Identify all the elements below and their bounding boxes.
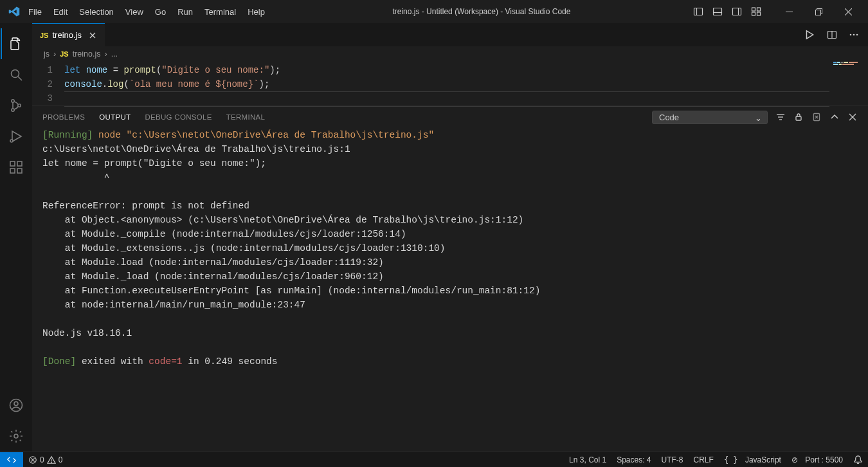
js-file-icon: JS bbox=[60, 50, 68, 58]
menu-selection[interactable]: Selection bbox=[74, 5, 118, 19]
statusbar: 0 0 Ln 3, Col 1 Spaces: 4 UTF-8 CRLF { }… bbox=[0, 452, 868, 467]
tab-problems[interactable]: PROBLEMS bbox=[42, 113, 85, 121]
svg-rect-0 bbox=[694, 8, 703, 15]
toggle-secondary-sidebar-icon[interactable] bbox=[732, 6, 742, 17]
tab-output[interactable]: OUTPUT bbox=[99, 113, 131, 121]
code-content[interactable]: let nome = prompt("Digite o seu nome:");… bbox=[64, 63, 868, 105]
clear-output-icon[interactable] bbox=[811, 112, 822, 122]
gutter: 123 bbox=[32, 63, 64, 105]
svg-rect-4 bbox=[733, 8, 741, 15]
sb-notifications-icon[interactable] bbox=[848, 455, 868, 464]
settings-gear-icon[interactable] bbox=[1, 421, 32, 452]
minimap[interactable] bbox=[833, 62, 859, 73]
svg-rect-7 bbox=[757, 8, 761, 11]
output-channel-select[interactable]: Code ⌄ bbox=[652, 111, 768, 124]
svg-rect-9 bbox=[757, 12, 761, 15]
menu-file[interactable]: File bbox=[23, 5, 47, 19]
tab-terminal[interactable]: TERMINAL bbox=[226, 113, 266, 121]
tab-close-icon[interactable] bbox=[88, 31, 97, 40]
sb-eol[interactable]: CRLF bbox=[689, 455, 719, 464]
svg-point-32 bbox=[850, 34, 852, 36]
explorer-icon[interactable] bbox=[1, 28, 32, 59]
go-live-icon: ⊘ bbox=[791, 455, 798, 464]
svg-point-18 bbox=[12, 109, 14, 111]
filter-icon[interactable] bbox=[775, 112, 786, 122]
output-content[interactable]: [Running] node "c:\Users\netot\OneDrive\… bbox=[32, 128, 868, 389]
customize-layout-icon[interactable] bbox=[751, 6, 761, 17]
more-actions-icon[interactable] bbox=[849, 30, 859, 40]
window-controls bbox=[774, 2, 863, 21]
svg-rect-2 bbox=[714, 8, 722, 15]
chevron-up-icon[interactable] bbox=[829, 112, 840, 122]
svg-point-20 bbox=[10, 140, 13, 142]
menu-go[interactable]: Go bbox=[150, 5, 171, 19]
breadcrumb[interactable]: js › JS treino.js › ... bbox=[32, 46, 868, 62]
lock-scroll-icon[interactable] bbox=[793, 112, 804, 122]
sb-position[interactable]: Ln 3, Col 1 bbox=[564, 455, 611, 464]
tab-label: treino.js bbox=[52, 30, 82, 40]
chevron-right-icon: › bbox=[53, 50, 56, 59]
sb-spaces[interactable]: Spaces: 4 bbox=[611, 455, 656, 464]
remote-indicator-icon[interactable] bbox=[0, 452, 23, 468]
svg-rect-22 bbox=[10, 169, 15, 173]
svg-point-34 bbox=[856, 34, 858, 36]
close-panel-icon[interactable] bbox=[847, 112, 858, 122]
breadcrumb-folder[interactable]: js bbox=[44, 50, 50, 59]
svg-point-27 bbox=[14, 434, 18, 438]
sb-problems[interactable]: 0 0 bbox=[23, 455, 68, 464]
sb-port[interactable]: ⊘ Port : 5500 bbox=[786, 455, 848, 464]
menu-bar: File Edit Selection View Go Run Terminal… bbox=[23, 5, 270, 19]
js-file-icon: JS bbox=[40, 32, 48, 39]
editor-area: JS treino.js js › JS treino.js › ... 123 bbox=[32, 23, 868, 452]
close-button[interactable] bbox=[833, 2, 863, 21]
breadcrumb-rest[interactable]: ... bbox=[111, 50, 118, 59]
activity-bar bbox=[0, 23, 32, 452]
titlebar: File Edit Selection View Go Run Terminal… bbox=[0, 0, 868, 23]
svg-line-16 bbox=[18, 77, 22, 80]
chevron-down-icon: ⌄ bbox=[755, 113, 762, 123]
sb-language[interactable]: { } JavaScript bbox=[719, 455, 786, 464]
sb-encoding[interactable]: UTF-8 bbox=[656, 455, 689, 464]
panel: PROBLEMS OUTPUT DEBUG CONSOLE TERMINAL C… bbox=[32, 105, 868, 389]
search-icon[interactable] bbox=[1, 59, 32, 90]
svg-point-33 bbox=[853, 34, 855, 36]
code-editor[interactable]: 123 let nome = prompt("Digite o seu nome… bbox=[32, 62, 868, 105]
editor-actions bbox=[795, 23, 868, 46]
extensions-icon[interactable] bbox=[1, 152, 32, 183]
panel-tabs: PROBLEMS OUTPUT DEBUG CONSOLE TERMINAL C… bbox=[32, 106, 868, 128]
menu-run[interactable]: Run bbox=[172, 5, 198, 19]
svg-point-15 bbox=[12, 70, 19, 78]
svg-point-19 bbox=[18, 104, 21, 107]
toggle-panel-icon[interactable] bbox=[712, 6, 723, 17]
svg-point-48 bbox=[51, 461, 51, 462]
run-code-icon[interactable] bbox=[804, 29, 815, 41]
tab-bar: JS treino.js bbox=[32, 23, 868, 46]
layout-controls bbox=[693, 6, 761, 17]
account-icon[interactable] bbox=[1, 390, 32, 421]
split-editor-icon[interactable] bbox=[827, 30, 837, 40]
svg-rect-10 bbox=[786, 12, 793, 12]
menu-terminal[interactable]: Terminal bbox=[199, 5, 241, 19]
svg-rect-24 bbox=[17, 161, 22, 166]
svg-rect-21 bbox=[10, 161, 15, 166]
tab-treino[interactable]: JS treino.js bbox=[32, 23, 105, 46]
main: JS treino.js js › JS treino.js › ... 123 bbox=[0, 23, 868, 452]
svg-rect-8 bbox=[752, 12, 755, 15]
source-control-icon[interactable] bbox=[1, 90, 32, 121]
svg-rect-12 bbox=[815, 10, 820, 15]
svg-rect-38 bbox=[796, 116, 801, 120]
svg-point-26 bbox=[14, 402, 18, 406]
menu-edit[interactable]: Edit bbox=[48, 5, 73, 19]
run-debug-icon[interactable] bbox=[1, 121, 32, 152]
vscode-logo-icon bbox=[5, 6, 23, 17]
menu-help[interactable]: Help bbox=[242, 5, 270, 19]
breadcrumb-file[interactable]: treino.js bbox=[73, 50, 101, 59]
svg-point-17 bbox=[12, 100, 14, 102]
minimize-button[interactable] bbox=[774, 2, 804, 21]
tab-debug-console[interactable]: DEBUG CONSOLE bbox=[145, 113, 212, 121]
menu-view[interactable]: View bbox=[120, 5, 149, 19]
maximize-button[interactable] bbox=[804, 2, 833, 21]
toggle-primary-sidebar-icon[interactable] bbox=[693, 6, 703, 17]
chevron-right-icon: › bbox=[104, 50, 107, 59]
window-title: treino.js - Untitled (Workspace) - Visua… bbox=[270, 7, 693, 16]
